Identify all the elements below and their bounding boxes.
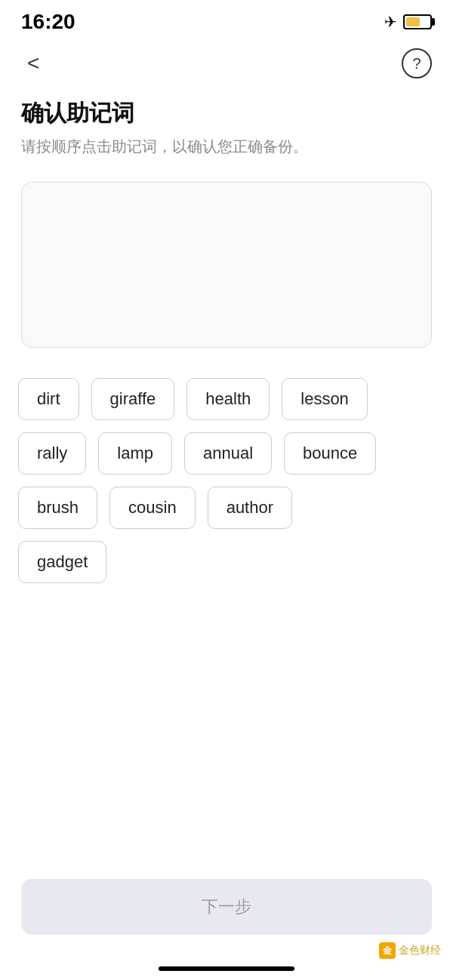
home-indicator [159,966,294,971]
word-chip-lesson[interactable]: lesson [282,378,368,420]
watermark: 金 金色财经 [379,942,441,959]
battery-fill [406,17,420,26]
status-icons: ✈ [384,13,432,31]
word-chip-brush[interactable]: brush [18,487,97,529]
help-button[interactable]: ? [402,48,432,78]
word-chip-gadget[interactable]: gadget [18,541,106,583]
word-chip-cousin[interactable]: cousin [109,487,196,529]
nav-bar: < ? [0,41,453,86]
word-row-3: gadget [18,541,435,583]
watermark-logo: 金 [379,942,396,959]
bottom-section: 下一步 [21,879,432,935]
next-button[interactable]: 下一步 [21,879,432,935]
page-header: 确认助记词 请按顺序点击助记词，以确认您正确备份。 [0,86,453,167]
airplane-icon: ✈ [384,13,397,31]
back-button[interactable]: < [21,50,45,77]
word-chip-giraffe[interactable]: giraffe [91,378,175,420]
word-chip-lamp[interactable]: lamp [98,432,172,475]
word-selection-area [21,182,432,348]
word-chip-rally[interactable]: rally [18,432,86,475]
word-chip-dirt[interactable]: dirt [18,378,79,420]
status-time: 16:20 [21,10,76,34]
word-grid: dirt giraffe health lesson rally lamp an… [0,363,453,598]
page-title: 确认助记词 [21,98,432,129]
word-chip-author[interactable]: author [208,487,292,529]
page-subtitle: 请按顺序点击助记词，以确认您正确备份。 [21,135,432,158]
word-chip-annual[interactable]: annual [184,432,272,475]
word-row-2: brush cousin author [18,487,435,529]
watermark-text: 金色财经 [399,944,441,957]
word-chip-health[interactable]: health [186,378,270,420]
battery-icon [403,14,432,29]
word-row-1: rally lamp annual bounce [18,432,435,475]
word-row-0: dirt giraffe health lesson [18,378,435,420]
word-chip-bounce[interactable]: bounce [284,432,376,475]
status-bar: 16:20 ✈ [0,0,453,41]
